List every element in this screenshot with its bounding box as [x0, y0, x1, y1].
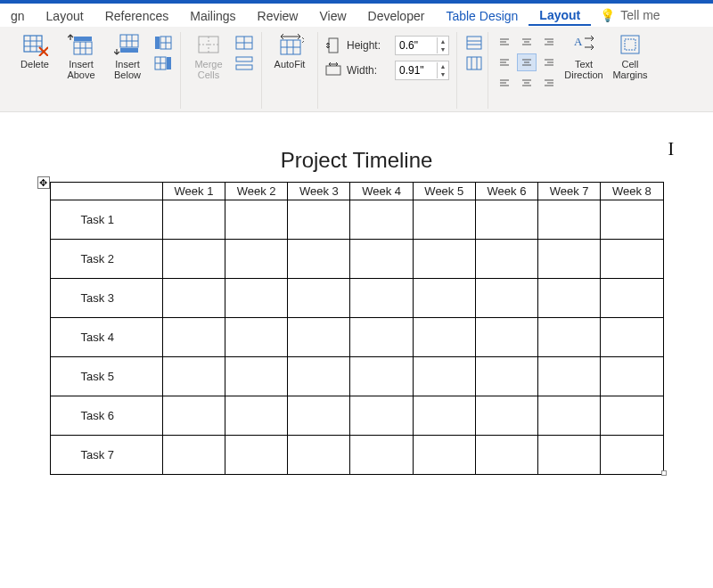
width-input[interactable] [396, 64, 437, 77]
data-cell[interactable] [225, 357, 288, 396]
header-cell[interactable]: Week 4 [350, 183, 413, 200]
data-cell[interactable] [538, 240, 601, 279]
split-cells-button[interactable] [234, 34, 254, 52]
tell-me[interactable]: 💡 Tell me [591, 8, 660, 22]
data-cell[interactable] [350, 318, 413, 357]
data-cell[interactable] [350, 279, 413, 318]
autofit-button[interactable]: AutoFit [269, 32, 310, 69]
tab-layout[interactable]: Layout [36, 5, 94, 25]
data-cell[interactable] [350, 357, 413, 396]
align-mid-left[interactable] [496, 53, 515, 71]
header-cell[interactable]: Week 7 [538, 183, 601, 200]
data-cell[interactable] [350, 240, 413, 279]
data-cell[interactable] [225, 240, 288, 279]
header-cell[interactable]: Week 8 [601, 183, 663, 200]
data-cell[interactable] [288, 200, 350, 240]
split-table-button[interactable] [234, 54, 254, 72]
data-cell[interactable] [350, 200, 413, 240]
align-mid-right[interactable] [538, 53, 558, 71]
data-cell[interactable] [538, 357, 601, 396]
data-cell[interactable] [413, 357, 475, 396]
timeline-table[interactable]: Week 1 Week 2 Week 3 Week 4 Week 5 Week … [50, 182, 664, 475]
row-label-cell[interactable]: Task 1 [50, 200, 162, 240]
distribute-rows-button[interactable] [464, 34, 484, 52]
tab-mailings[interactable]: Mailings [179, 5, 246, 25]
data-cell[interactable] [475, 279, 537, 318]
insert-right-button[interactable] [153, 54, 173, 72]
data-cell[interactable] [162, 396, 225, 436]
align-mid-center[interactable] [517, 53, 537, 71]
header-cell[interactable]: Week 5 [413, 183, 475, 200]
row-label-cell[interactable]: Task 5 [50, 357, 162, 396]
data-cell[interactable] [538, 318, 601, 357]
data-cell[interactable] [350, 396, 413, 436]
data-cell[interactable] [475, 200, 537, 240]
data-cell[interactable] [413, 436, 475, 475]
data-cell[interactable] [475, 436, 537, 475]
width-down[interactable]: ▼ [438, 70, 448, 78]
row-label-cell[interactable]: Task 6 [50, 396, 162, 436]
tab-design-partial[interactable]: gn [0, 5, 36, 25]
data-cell[interactable] [288, 279, 350, 318]
data-cell[interactable] [162, 357, 225, 396]
tab-table-layout[interactable]: Layout [529, 4, 591, 26]
data-cell[interactable] [288, 396, 350, 436]
data-cell[interactable] [601, 396, 663, 436]
data-cell[interactable] [162, 240, 225, 279]
data-cell[interactable] [288, 318, 350, 357]
data-cell[interactable] [475, 240, 537, 279]
data-cell[interactable] [413, 200, 475, 240]
tab-view[interactable]: View [308, 5, 356, 25]
data-cell[interactable] [413, 318, 475, 357]
text-direction-button[interactable]: A Text Direction [563, 32, 604, 80]
align-bot-right[interactable] [538, 73, 558, 91]
align-top-center[interactable] [517, 34, 537, 52]
data-cell[interactable] [475, 396, 537, 436]
tab-table-design[interactable]: Table Design [435, 5, 529, 25]
header-cell[interactable]: Week 2 [225, 183, 288, 200]
data-cell[interactable] [288, 436, 350, 475]
table-resize-handle[interactable] [661, 470, 667, 476]
document-title[interactable]: Project Timeline [50, 148, 664, 173]
data-cell[interactable] [538, 200, 601, 240]
data-cell[interactable] [288, 240, 350, 279]
data-cell[interactable] [475, 357, 537, 396]
data-cell[interactable] [162, 436, 225, 475]
header-cell[interactable]: Week 1 [162, 183, 225, 200]
data-cell[interactable] [413, 396, 475, 436]
tab-review[interactable]: Review [247, 5, 309, 25]
document-area[interactable]: Project Timeline ✥ Week 1 Week 2 Week 3 … [0, 112, 713, 475]
data-cell[interactable] [162, 200, 225, 240]
data-cell[interactable] [601, 436, 663, 475]
distribute-columns-button[interactable] [464, 54, 484, 72]
data-cell[interactable] [350, 436, 413, 475]
delete-button[interactable]: Delete [14, 32, 55, 69]
row-label-cell[interactable]: Task 3 [50, 279, 162, 318]
header-cell-blank[interactable] [50, 183, 162, 200]
height-input[interactable] [396, 39, 437, 52]
data-cell[interactable] [475, 318, 537, 357]
tab-developer[interactable]: Developer [357, 5, 436, 25]
width-up[interactable]: ▲ [438, 62, 448, 70]
width-spinner[interactable]: ▲▼ [395, 61, 449, 80]
data-cell[interactable] [601, 200, 663, 240]
align-bot-left[interactable] [496, 73, 515, 91]
insert-left-button[interactable] [153, 34, 173, 52]
data-cell[interactable] [413, 279, 475, 318]
data-cell[interactable] [225, 396, 288, 436]
data-cell[interactable] [601, 318, 663, 357]
table-move-handle[interactable]: ✥ [37, 176, 50, 189]
row-label-cell[interactable]: Task 2 [50, 240, 162, 279]
align-top-right[interactable] [538, 34, 558, 52]
data-cell[interactable] [601, 357, 663, 396]
height-up[interactable]: ▲ [438, 37, 448, 45]
data-cell[interactable] [601, 279, 663, 318]
data-cell[interactable] [413, 240, 475, 279]
data-cell[interactable] [162, 279, 225, 318]
align-top-left[interactable] [496, 34, 515, 52]
data-cell[interactable] [225, 200, 288, 240]
insert-above-button[interactable]: Insert Above [61, 32, 102, 80]
header-cell[interactable]: Week 6 [475, 183, 537, 200]
header-cell[interactable]: Week 3 [288, 183, 350, 200]
data-cell[interactable] [225, 318, 288, 357]
